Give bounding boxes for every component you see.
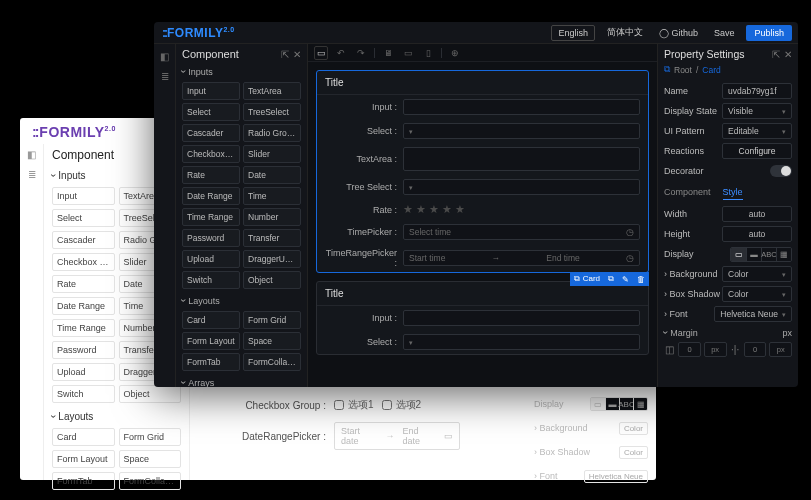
lang-english-button[interactable]: English [551, 25, 595, 41]
github-link[interactable]: ◯ Github [655, 26, 702, 40]
selection-action-icon[interactable]: 🗑 [633, 272, 649, 286]
component-chip[interactable]: Form Grid [243, 311, 301, 329]
component-chip[interactable]: FormTab [52, 472, 115, 490]
margin-right-input[interactable]: 0 [744, 342, 767, 357]
pin-icon[interactable]: ⇱ [772, 49, 780, 60]
component-chip[interactable]: FormTab [182, 353, 240, 371]
tool-redo-icon[interactable]: ↷ [354, 46, 368, 60]
component-chip[interactable]: Form Layout [182, 332, 240, 350]
group-header[interactable]: Layouts [182, 295, 301, 306]
display-option[interactable]: ABC [761, 248, 776, 261]
prop-select[interactable]: Editable [722, 123, 792, 139]
rail-components-icon[interactable]: ◧ [20, 144, 43, 164]
zoom-icon[interactable]: ⊕ [448, 46, 462, 60]
prop-accordion-row[interactable]: › BackgroundColor [664, 264, 792, 284]
component-chip[interactable]: Rate [52, 275, 115, 293]
component-chip[interactable]: Date Range [182, 187, 240, 205]
device-tablet-icon[interactable]: ▭ [401, 46, 415, 60]
component-chip[interactable]: Object [243, 271, 301, 289]
component-chip[interactable]: Space [119, 450, 182, 468]
timerange-input[interactable]: Start time→End time◷ [403, 250, 640, 266]
prop-value[interactable]: Helvetica Neue [714, 306, 792, 322]
input-input[interactable] [403, 99, 640, 115]
rate-input[interactable]: ★★★★★ [403, 203, 465, 216]
prop-value[interactable]: Helvetica Neue [584, 470, 648, 483]
tool-undo-icon[interactable]: ↶ [334, 46, 348, 60]
component-chip[interactable]: Cascader [52, 231, 115, 249]
component-chip[interactable]: Slider [243, 145, 301, 163]
margin-inputs[interactable]: ◫ 0 px ·|· 0 px [664, 342, 792, 357]
canvas-card[interactable]: TitleInput :Select :TextArea :Tree Selec… [316, 70, 649, 273]
group-header[interactable]: Layouts [52, 411, 181, 422]
select-input[interactable] [403, 334, 640, 350]
prop-value[interactable]: Color [619, 446, 648, 459]
display-option[interactable]: ▬ [746, 248, 761, 261]
component-chip[interactable]: DraggerUpload [243, 250, 301, 268]
tab-component[interactable]: Component [664, 187, 711, 200]
textarea-input[interactable] [403, 147, 640, 171]
component-chip[interactable]: Date [243, 166, 301, 184]
component-chip[interactable]: Card [52, 428, 115, 446]
save-button[interactable]: Save [710, 26, 739, 40]
select-input[interactable] [403, 123, 640, 139]
device-desktop-icon[interactable]: 🖥 [381, 46, 395, 60]
select-input[interactable] [403, 179, 640, 195]
component-chip[interactable]: Radio Group [243, 124, 301, 142]
publish-button[interactable]: Publish [746, 25, 792, 41]
tab-style[interactable]: Style [723, 187, 743, 200]
checkbox-option-2[interactable]: 选项2 [382, 398, 422, 412]
lang-zh-button[interactable]: 简体中文 [603, 24, 647, 41]
group-header[interactable]: Arrays [182, 377, 301, 387]
component-chip[interactable]: Input [52, 187, 115, 205]
rail-components-icon[interactable]: ◧ [159, 50, 171, 62]
prop-input[interactable]: auto [722, 226, 792, 242]
component-chip[interactable]: Password [52, 341, 115, 359]
rail-tree-icon[interactable]: ≣ [20, 164, 43, 184]
close-icon[interactable]: ✕ [784, 49, 792, 60]
close-icon[interactable]: ✕ [293, 49, 301, 60]
group-header[interactable]: Inputs [182, 66, 301, 77]
prop-accordion-row[interactable]: › FontHelvetica Neue [664, 304, 792, 324]
prop-select[interactable]: Visible [722, 103, 792, 119]
component-chip[interactable]: Space [243, 332, 301, 350]
rail-tree-icon[interactable]: ≣ [159, 70, 171, 82]
time-input[interactable]: Select time◷ [403, 224, 640, 240]
prop-value[interactable]: Color [722, 286, 792, 302]
prop-value[interactable]: Color [619, 422, 648, 435]
display-segmented[interactable]: ▭▬ABC▦ [730, 247, 792, 262]
component-chip[interactable]: TextArea [243, 82, 301, 100]
component-chip[interactable]: Time Range [182, 208, 240, 226]
component-chip[interactable]: Form Grid [119, 428, 182, 446]
selection-action-icon[interactable]: ✎ [618, 272, 633, 286]
toggle-switch[interactable] [770, 165, 792, 177]
device-mobile-icon[interactable]: ▯ [421, 46, 435, 60]
component-chip[interactable]: Checkbox Group [52, 253, 115, 271]
daterange-input[interactable]: Start date→End date ▭ [334, 422, 460, 450]
component-chip[interactable]: Card [182, 311, 240, 329]
component-chip[interactable]: Checkbox Group [182, 145, 240, 163]
checkbox-option-1[interactable]: 选项1 [334, 398, 374, 412]
display-segmented[interactable]: ▭▬ABC▦ [590, 397, 648, 411]
component-chip[interactable]: Input [182, 82, 240, 100]
margin-header[interactable]: Margin px [664, 327, 792, 338]
component-chip[interactable]: Upload [52, 363, 115, 381]
selection-action-icon[interactable]: ⧉ [604, 272, 618, 286]
prop-input[interactable]: auto [722, 206, 792, 222]
component-chip[interactable]: Transfer [243, 229, 301, 247]
margin-top-input[interactable]: 0 [678, 342, 701, 357]
canvas-card[interactable]: TitleInput :Select : [316, 281, 649, 355]
component-chip[interactable]: Number [243, 208, 301, 226]
display-option[interactable]: ▦ [776, 248, 791, 261]
component-chip[interactable]: Rate [182, 166, 240, 184]
component-chip[interactable]: Select [52, 209, 115, 227]
component-chip[interactable]: Form Layout [52, 450, 115, 468]
component-chip[interactable]: Select [182, 103, 240, 121]
component-chip[interactable]: Switch [52, 385, 115, 403]
component-chip[interactable]: Upload [182, 250, 240, 268]
display-option[interactable]: ▭ [731, 248, 746, 261]
component-chip[interactable]: Object [119, 385, 182, 403]
prop-button[interactable]: Configure [722, 143, 792, 159]
prop-input[interactable]: uvdab79yg1f [722, 83, 792, 99]
breadcrumb[interactable]: ⧉ Root / Card [664, 64, 792, 75]
input-input[interactable] [403, 310, 640, 326]
